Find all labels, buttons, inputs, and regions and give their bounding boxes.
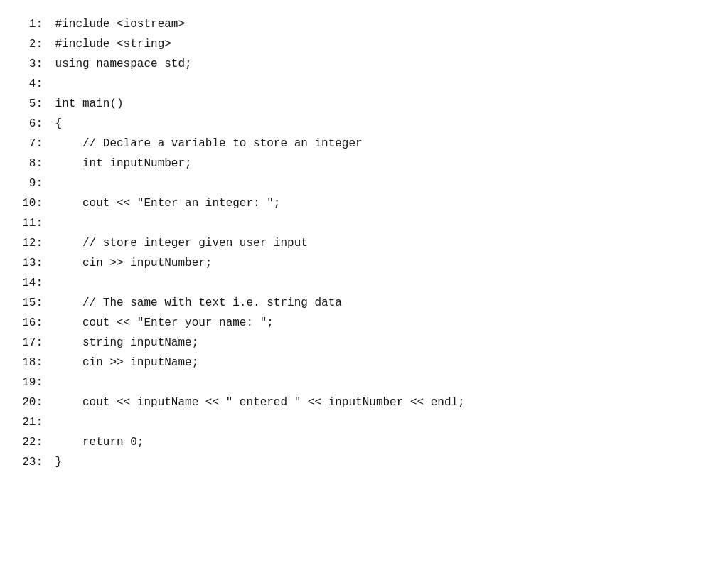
code-line: 17: string inputName; [21, 333, 707, 353]
line-number: 7: [21, 134, 43, 154]
line-number: 9: [21, 173, 43, 193]
line-content: #include <iostream> [48, 14, 185, 34]
line-number: 18: [21, 353, 43, 373]
line-content: // The same with text i.e. string data [48, 293, 342, 313]
code-line: 8: int inputNumber; [21, 154, 707, 173]
line-content: int inputNumber; [48, 154, 192, 173]
line-number: 6: [21, 114, 43, 134]
code-line: 16: cout << "Enter your name: "; [21, 313, 707, 333]
line-content: // Declare a variable to store an intege… [48, 134, 363, 154]
code-line: 10: cout << "Enter an integer: "; [21, 193, 707, 213]
line-number: 23: [21, 452, 43, 472]
line-number: 17: [21, 333, 43, 353]
line-content: using namespace std; [48, 54, 192, 74]
line-content: cout << "Enter your name: "; [48, 313, 274, 333]
line-content: } [48, 452, 62, 472]
line-content: return 0; [48, 432, 144, 452]
line-content: cin >> inputNumber; [48, 253, 212, 273]
line-content: int main() [48, 94, 124, 114]
line-number: 21: [21, 412, 43, 432]
code-line: 14: [21, 273, 707, 293]
line-content: // store integer given user input [48, 233, 308, 253]
line-content: cout << inputName << " entered " << inpu… [48, 392, 465, 412]
line-number: 4: [21, 74, 43, 94]
line-number: 2: [21, 34, 43, 54]
code-container: 1: #include <iostream>2: #include <strin… [21, 14, 707, 472]
line-content: cout << "Enter an integer: "; [48, 193, 280, 213]
code-line: 6: { [21, 114, 707, 134]
code-line: 3: using namespace std; [21, 54, 707, 74]
line-number: 12: [21, 233, 43, 253]
line-number: 15: [21, 293, 43, 313]
line-number: 1: [21, 14, 43, 34]
line-number: 10: [21, 193, 43, 213]
line-number: 8: [21, 154, 43, 173]
line-content: { [48, 114, 62, 134]
line-number: 22: [21, 432, 43, 452]
code-line: 7: // Declare a variable to store an int… [21, 134, 707, 154]
code-line: 20: cout << inputName << " entered " << … [21, 392, 707, 412]
code-line: 12: // store integer given user input [21, 233, 707, 253]
code-line: 11: [21, 213, 707, 233]
code-line: 1: #include <iostream> [21, 14, 707, 34]
line-number: 19: [21, 373, 43, 392]
code-line: 15: // The same with text i.e. string da… [21, 293, 707, 313]
line-number: 16: [21, 313, 43, 333]
line-content: cin >> inputName; [48, 353, 198, 373]
code-line: 4: [21, 74, 707, 94]
code-line: 9: [21, 173, 707, 193]
code-line: 2: #include <string> [21, 34, 707, 54]
line-number: 11: [21, 213, 43, 233]
code-line: 22: return 0; [21, 432, 707, 452]
code-line: 21: [21, 412, 707, 432]
code-line: 5: int main() [21, 94, 707, 114]
code-line: 18: cin >> inputName; [21, 353, 707, 373]
code-line: 19: [21, 373, 707, 392]
line-content: #include <string> [48, 34, 171, 54]
code-line: 23: } [21, 452, 707, 472]
line-number: 3: [21, 54, 43, 74]
line-number: 13: [21, 253, 43, 273]
line-number: 14: [21, 273, 43, 293]
line-number: 5: [21, 94, 43, 114]
code-line: 13: cin >> inputNumber; [21, 253, 707, 273]
line-number: 20: [21, 392, 43, 412]
line-content: string inputName; [48, 333, 198, 353]
